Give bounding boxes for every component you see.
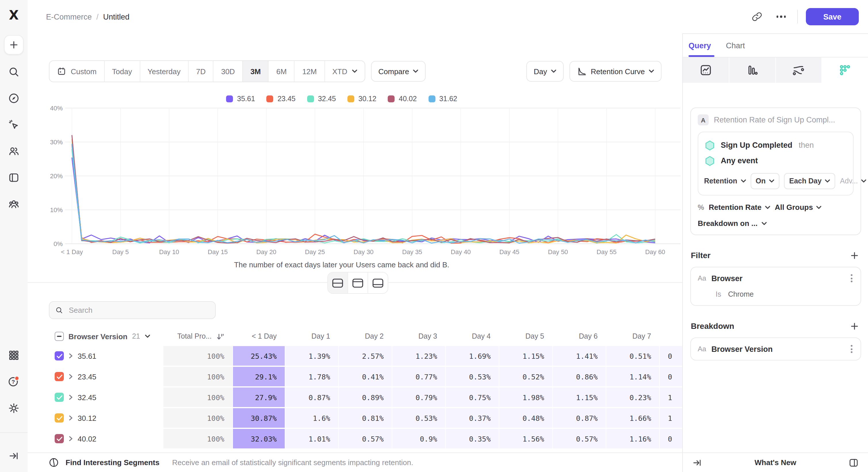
filter-card[interactable]: Aa Browser Is Chrome <box>690 267 861 306</box>
settings-button[interactable] <box>5 399 23 417</box>
compare-button[interactable]: Compare <box>371 61 426 81</box>
advanced-dropdown[interactable]: Adv... <box>840 177 867 185</box>
header-divider <box>797 10 798 24</box>
help-button[interactable]: ? <box>5 373 23 391</box>
metric-dropdown[interactable]: Retention Rate <box>709 203 770 211</box>
table-row-label[interactable]: 35.61 <box>49 346 163 366</box>
legend-item[interactable]: 31.62 <box>428 95 457 103</box>
column-header-day-3[interactable]: Day 3 <box>392 328 445 345</box>
groups-dropdown[interactable]: All Groups <box>775 203 822 211</box>
layout-table-button[interactable] <box>368 272 388 293</box>
apps-grid-button[interactable] <box>5 346 23 365</box>
legend-item[interactable]: 30.12 <box>347 95 376 103</box>
breadcrumb-report-title[interactable]: Untitled <box>103 12 130 21</box>
range-today[interactable]: Today <box>104 61 140 81</box>
collapse-panel-icon[interactable] <box>692 457 702 468</box>
table-row-label[interactable]: 23.45 <box>49 367 163 386</box>
column-header-day-5[interactable]: Day 5 <box>499 328 552 345</box>
range-12m[interactable]: 12M <box>294 61 324 81</box>
column-header-day-4[interactable]: Day 4 <box>446 328 499 345</box>
layout-columns-icon[interactable] <box>848 457 859 468</box>
legend-item[interactable]: 40.02 <box>388 95 417 103</box>
breakdown-menu-button[interactable] <box>849 344 854 354</box>
legend-item[interactable]: 23.45 <box>267 95 296 103</box>
query-title[interactable]: Retention Rate of Sign Up Compl... <box>714 115 835 124</box>
add-filter-button[interactable] <box>850 251 859 260</box>
groups-label: All Groups <box>775 203 813 211</box>
mixpanel-logo-icon[interactable]: X <box>9 8 19 23</box>
column-header-group[interactable]: Browser Version21 <box>49 328 163 345</box>
sidebar-item-events[interactable] <box>5 115 23 134</box>
sidebar-item-search[interactable] <box>5 63 23 81</box>
report-type-insights[interactable] <box>683 58 730 83</box>
layout-chart-button[interactable] <box>347 272 368 293</box>
table-row-label[interactable]: 32.45 <box>49 387 163 407</box>
save-button[interactable]: Save <box>806 8 859 25</box>
event-step-2[interactable]: Any event <box>704 153 847 168</box>
row-checkbox[interactable] <box>55 434 64 443</box>
whats-new-link[interactable]: What's New <box>683 458 868 467</box>
tab-chart[interactable]: Chart <box>726 34 745 57</box>
column-header-day-0[interactable]: < 1 Day <box>233 328 285 345</box>
granularity-button[interactable]: Day <box>526 61 564 81</box>
row-expand-chevron[interactable] <box>68 415 73 421</box>
legend-label: 40.02 <box>399 95 417 103</box>
tab-query[interactable]: Query <box>688 34 711 57</box>
retention-type-dropdown[interactable]: Retention <box>704 177 746 185</box>
collapse-sidebar-button[interactable] <box>5 447 23 465</box>
breakdown-card[interactable]: Aa Browser Version <box>690 337 861 361</box>
range-30d[interactable]: 30D <box>213 61 243 81</box>
add-breakdown-button[interactable] <box>850 322 859 330</box>
search-input[interactable] <box>68 305 209 315</box>
row-expand-chevron[interactable] <box>68 374 73 379</box>
range-yesterday[interactable]: Yesterday <box>140 61 188 81</box>
segments-title[interactable]: Find Interesting Segments <box>66 458 160 467</box>
row-checkbox[interactable] <box>55 393 64 402</box>
column-header-day-7[interactable]: Day 7 <box>606 328 659 345</box>
chevron-down-icon <box>649 70 654 73</box>
row-expand-chevron[interactable] <box>68 394 73 400</box>
legend-item[interactable]: 32.45 <box>307 95 336 103</box>
event-step-1[interactable]: Sign Up Completed then <box>704 137 847 153</box>
column-header-day-6[interactable]: Day 6 <box>553 328 606 345</box>
range-7d[interactable]: 7D <box>188 61 213 81</box>
row-expand-chevron[interactable] <box>68 353 73 359</box>
sidebar-item-cohorts[interactable] <box>5 195 23 213</box>
copy-link-button[interactable] <box>749 9 765 25</box>
range-custom[interactable]: Custom <box>50 61 104 81</box>
report-type-flows[interactable] <box>776 58 822 83</box>
range-xtd[interactable]: XTD <box>324 61 365 81</box>
create-new-button[interactable] <box>4 35 24 55</box>
table-row-label[interactable]: 40.02 <box>49 429 163 448</box>
row-checkbox[interactable] <box>55 351 64 361</box>
sidebar-item-boards[interactable] <box>5 168 23 187</box>
report-type-retention[interactable] <box>822 58 868 83</box>
more-options-button[interactable] <box>773 9 789 25</box>
select-all-checkbox[interactable] <box>55 332 64 341</box>
breadcrumb-project[interactable]: E-Commerce <box>46 12 92 21</box>
range-3m[interactable]: 3M <box>243 61 268 81</box>
report-type-funnels[interactable] <box>730 58 776 83</box>
row-expand-chevron[interactable] <box>68 436 73 441</box>
breakdown-property: Browser Version <box>711 345 773 353</box>
on-dropdown[interactable]: On <box>750 173 779 189</box>
column-header-total[interactable]: Total Pro... <box>163 328 232 345</box>
breakdown-on-dropdown[interactable]: Breakdown on ... <box>698 219 854 228</box>
range-6m[interactable]: 6M <box>268 61 294 81</box>
chart-type-button[interactable]: Retention Curve <box>569 61 661 81</box>
column-header-day-2[interactable]: Day 2 <box>339 328 392 345</box>
each-day-dropdown[interactable]: Each Day <box>784 173 836 189</box>
sidebar-item-users[interactable] <box>5 142 23 160</box>
column-header-day-1[interactable]: Day 1 <box>285 328 338 345</box>
chevron-down-icon <box>762 222 767 225</box>
row-checkbox[interactable] <box>55 372 64 381</box>
sidebar-item-explore[interactable] <box>5 89 23 107</box>
filter-menu-button[interactable] <box>849 273 854 283</box>
row-checkbox[interactable] <box>55 413 64 423</box>
layout-split-button[interactable] <box>328 272 347 293</box>
table-row-label[interactable]: 30.12 <box>49 408 163 428</box>
filter-value[interactable]: Chrome <box>728 290 753 298</box>
x-tick: Day 35 <box>402 248 422 256</box>
legend-item[interactable]: 35.61 <box>226 95 255 103</box>
filter-operator[interactable]: Is <box>716 290 721 298</box>
